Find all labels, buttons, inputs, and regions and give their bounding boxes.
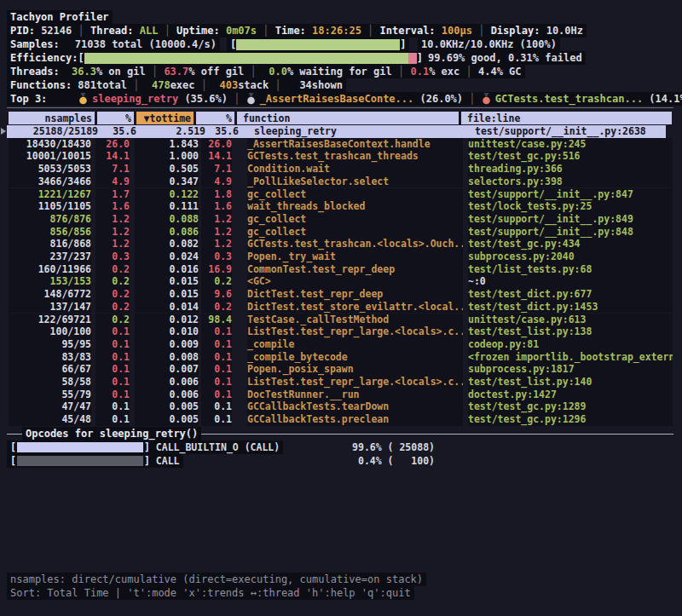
table-row[interactable]: 876/8761.20.0881.2gc_collecttest/support… xyxy=(0,213,682,226)
column-header-nsamples[interactable]: nsamples xyxy=(9,112,95,124)
table-row[interactable]: 45/480.10.0050.1GCCallbackTests.preclean… xyxy=(0,413,682,426)
table-row[interactable]: 137/1470.20.0140.2DictTest.test_store_ev… xyxy=(0,301,682,314)
stat-item: 881total xyxy=(72,79,127,91)
pct-direct-cell: 26.0 xyxy=(95,138,130,151)
separator: │ xyxy=(459,66,478,78)
separator: │ xyxy=(195,79,214,91)
silver-medal-icon xyxy=(246,93,256,105)
pct-direct-cell: 0.1 xyxy=(95,376,130,389)
nsamples-cell: 816/868 xyxy=(9,238,91,250)
pct-direct-cell: 14.1 xyxy=(95,150,130,163)
threads-line: Threads:36.3% on gil │ 63.7% off gil │ 0… xyxy=(7,65,525,78)
footer-legend: nsamples: direct/cumulative (direct=exec… xyxy=(7,573,426,586)
pct-direct-cell: 7.1 xyxy=(95,163,130,176)
tottime-cell: 0.086 xyxy=(135,226,199,239)
table-row[interactable]: 100/1000.10.0100.1ListTest.test_repr_lar… xyxy=(0,325,682,338)
column-header-pct-direct[interactable]: % xyxy=(97,112,134,124)
stat-item: 0.0% waiting for gil xyxy=(263,66,392,78)
opcode-row: [] CALL0.4% ( 100) xyxy=(7,454,673,467)
separator: │ xyxy=(228,93,246,105)
column-header-file-line[interactable]: file:line xyxy=(461,112,672,124)
footer-legend-line: nsamples: direct/cumulative (direct=exec… xyxy=(7,573,426,586)
table-row[interactable]: 1105/11051.60.1111.6wait_threads_blocked… xyxy=(0,200,682,213)
table-row-selected[interactable]: 25188/2518935.62.51935.6sleeping_retryte… xyxy=(7,125,666,138)
function-cell: Popen._posix_spawn xyxy=(247,363,463,376)
nsamples-cell: 137/147 xyxy=(9,301,91,314)
table-row[interactable]: 95/950.10.0090.1_compilecodeop.py:81 xyxy=(0,338,682,351)
separator: │ xyxy=(158,25,176,37)
pct-direct-cell: 1.6 xyxy=(95,200,130,213)
table-row[interactable]: 66/670.10.0070.1Popen._posix_spawnsubpro… xyxy=(0,363,682,376)
samples-rate: 10.0KHz/10.0KHz (100%) xyxy=(418,37,560,51)
pct-cumulative-cell: 7.1 xyxy=(201,163,232,176)
column-header-pct-cumulative[interactable]: % xyxy=(196,112,234,124)
pct-direct-cell: 4.9 xyxy=(95,176,130,188)
nsamples-cell: 10001/10015 xyxy=(9,150,91,163)
function-cell: _compile_bytecode xyxy=(247,351,463,364)
stat-item: 36.3% on gil xyxy=(72,66,146,78)
table-row[interactable]: 5053/50537.10.5057.1Condition.waitthread… xyxy=(0,163,682,176)
header-separator-line xyxy=(7,107,673,108)
samples-rate-bar xyxy=(236,39,400,50)
table-row[interactable]: 1221/12671.70.1221.8gc_collecttest/suppo… xyxy=(0,188,682,201)
info-item: Interval: 100µs xyxy=(380,25,472,37)
stat-item: 0.1% exc xyxy=(410,66,459,78)
title-line: Tachyon Profiler xyxy=(7,10,113,24)
function-cell: DictTest.test_store_evilattr.<local... xyxy=(247,301,463,314)
opcodes-header: Opcodes for sleeping_retry() xyxy=(7,427,673,440)
file-line-cell: test/support/__init__.py:849 xyxy=(468,213,673,226)
function-cell: TestCase._callTestMethod xyxy=(247,314,463,326)
tottime-cell: 0.007 xyxy=(135,363,199,376)
pct-direct-cell: 0.1 xyxy=(95,400,130,413)
pct-cumulative-cell: 9.6 xyxy=(201,288,232,301)
tachyon-profiler-window: Tachyon Profiler PID: 52146 │ Thread: AL… xyxy=(0,0,682,616)
pct-direct-cell: 0.1 xyxy=(95,413,130,426)
file-line-cell: <frozen importlib._bootstrap_externa xyxy=(468,351,673,364)
pct-cumulative-cell: 0.1 xyxy=(201,351,232,364)
column-header-tottime-sorted[interactable]: ▼tottime xyxy=(136,112,194,124)
table-row[interactable]: 83/830.10.0080.1_compile_bytecode<frozen… xyxy=(0,351,682,364)
bronze-medal-icon xyxy=(482,93,491,105)
stat-item: 4.4% GC xyxy=(478,66,522,78)
file-line-cell: test/test_gc.py:516 xyxy=(468,150,673,163)
tottime-cell: 0.122 xyxy=(135,188,199,201)
file-line-cell: test/support/__init__.py:848 xyxy=(468,226,673,239)
function-cell: DocTestRunner.__run xyxy=(247,389,463,401)
table-row[interactable]: 18430/1843026.01.84326.0_AssertRaisesBas… xyxy=(0,138,682,151)
threads-stats: 36.3% on gil │ 63.7% off gil │ 0.0% wait… xyxy=(72,66,522,78)
table-row[interactable]: 47/470.10.0050.1GCCallbackTests.tearDown… xyxy=(0,400,682,413)
column-header-function[interactable]: function xyxy=(237,112,459,124)
table-row[interactable]: 148/67720.20.0159.6DictTest.test_repr_de… xyxy=(0,288,682,301)
functions-line: Functions: 881total │ 478exec │ 403stack… xyxy=(7,78,346,92)
table-row[interactable]: 160/119660.20.01616.9CommonTest.test_rep… xyxy=(0,263,682,276)
table-row[interactable]: 816/8681.20.0821.2GCTests.test_trashcan.… xyxy=(0,238,682,250)
tottime-cell: 0.015 xyxy=(135,288,199,301)
pct-direct-cell: 35.6 xyxy=(102,125,136,138)
table-row[interactable]: 237/2370.30.0240.3Popen._try_waitsubproc… xyxy=(0,250,682,263)
file-line-cell: threading.py:366 xyxy=(468,163,673,176)
nsamples-cell: 5053/5053 xyxy=(9,163,91,176)
pct-cumulative-cell: 0.1 xyxy=(201,389,232,401)
function-cell: _AssertRaisesBaseContext.handle xyxy=(247,138,463,151)
table-row[interactable]: 153/1530.20.0150.2<GC>~:0 xyxy=(0,275,682,288)
function-cell: GCCallbackTests.preclean xyxy=(247,413,463,426)
top3-item: _AssertRaisesBaseConte... (26.0%) xyxy=(246,93,463,105)
info-line: PID: 52146 │ Thread: ALL │ Uptime: 0m07s… xyxy=(7,24,587,37)
table-row[interactable]: 122/697210.20.01298.4TestCase._callTestM… xyxy=(0,314,682,326)
file-line-cell: test/test_gc.py:434 xyxy=(468,238,673,250)
pct-cumulative-cell: 1.6 xyxy=(201,200,232,213)
pct-direct-cell: 0.1 xyxy=(95,363,130,376)
pct-cumulative-cell: 14.1 xyxy=(201,150,232,163)
samples-bar-open-bracket: [ xyxy=(230,38,236,50)
table-row[interactable]: 55/790.10.0060.1DocTestRunner.__rundocte… xyxy=(0,389,682,401)
table-row[interactable]: 10001/1001514.11.00014.1GCTests.test_tra… xyxy=(0,150,682,163)
table-row[interactable]: 856/8561.20.0861.2gc_collecttest/support… xyxy=(0,226,682,239)
tottime-cell: 0.009 xyxy=(135,338,199,351)
nsamples-cell: 100/100 xyxy=(9,325,91,338)
nsamples-cell: 1105/1105 xyxy=(9,200,91,213)
file-line-cell: doctest.py:1427 xyxy=(468,389,673,401)
table-row[interactable]: 58/580.10.0060.1ListTest.test_repr_large… xyxy=(0,376,682,389)
table-row[interactable]: 3466/34664.90.3474.9_PollLikeSelector.se… xyxy=(0,176,682,188)
info-item: PID: 52146 xyxy=(10,25,72,37)
selected-row-arrow-icon xyxy=(1,128,6,135)
